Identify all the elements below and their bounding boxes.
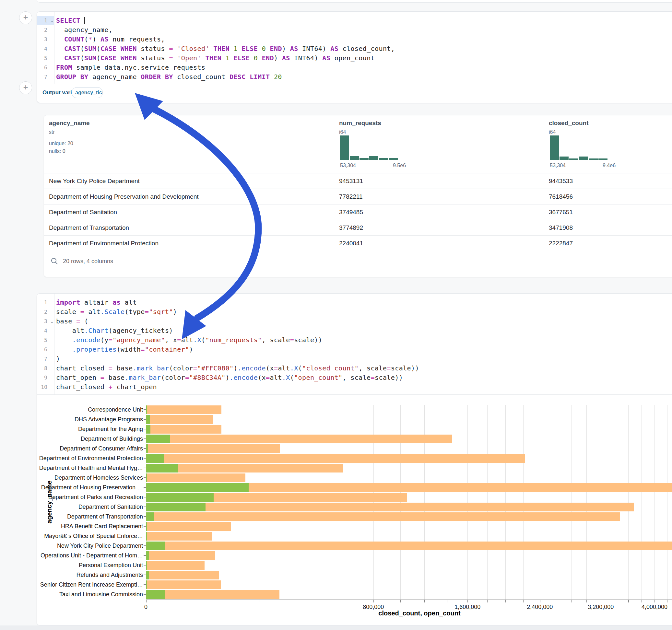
gridline (467, 405, 468, 600)
code-token (258, 45, 262, 52)
code-token: THEN (213, 45, 230, 52)
x-axis-tick (424, 600, 425, 602)
code-line[interactable]: 6FROM sample_data.nyc.service_requests (37, 63, 672, 72)
cell-closed-count: 7618456 (549, 193, 573, 200)
closed-count-bar (146, 580, 221, 589)
x-axis-tick (146, 600, 146, 602)
histogram-bar (598, 159, 607, 160)
open-count-bar (146, 415, 150, 424)
code-token: AS (330, 45, 338, 52)
column-header-num-requests[interactable]: num_requests (339, 120, 381, 127)
code-token: 0 (262, 45, 266, 52)
gridline (667, 405, 668, 600)
line-number: 3 (37, 35, 54, 44)
closed-count-bar (146, 435, 452, 443)
cell-closed-count: 2222847 (549, 240, 573, 247)
open-count-bar (146, 532, 147, 540)
table-row[interactable]: Department of Sanitation37494853677651 (44, 204, 672, 220)
column-type: i64 (549, 129, 556, 135)
histogram-bar (340, 136, 349, 160)
gridline (540, 405, 540, 600)
y-axis-tick (144, 448, 146, 449)
y-axis-label: Personal Exemption Unit (37, 562, 143, 569)
code-token: ORDER BY (141, 73, 173, 81)
code-token (249, 54, 254, 62)
code-token: * (89, 35, 92, 43)
code-token (210, 45, 213, 52)
code-line-text: SELECT (56, 16, 672, 25)
table-row[interactable]: Department of Transportation377489234719… (44, 220, 672, 236)
closed-count-bar (146, 532, 212, 540)
row-count-summary: 20 rows, 4 columns (63, 258, 113, 265)
column-header-closed-count[interactable]: closed_count (549, 120, 589, 127)
closed-count-bar (146, 522, 231, 531)
code-line-text: FROM sample_data.nyc.service_requests (56, 63, 672, 72)
open-count-bar (146, 435, 170, 443)
histogram-bar (350, 156, 359, 160)
search-icon[interactable] (51, 257, 58, 265)
text-cursor (84, 17, 88, 24)
closed-count-bar (146, 503, 634, 511)
code-token: LIMIT (249, 73, 270, 81)
column-type: i64 (339, 129, 346, 135)
table-row[interactable]: Department of Housing Preservation and D… (44, 189, 672, 204)
add-cell-button-top[interactable]: + (19, 11, 32, 24)
num-requests-histogram (340, 136, 400, 160)
code-token: ELSE (234, 54, 250, 62)
code-token: 0 (254, 54, 258, 62)
code-token (270, 73, 273, 81)
histogram-max-label: 9.4e6 (603, 163, 616, 169)
sql-code-editor[interactable]: 1⌄SELECT 2 agency_name,3 COUNT(*) AS num… (37, 12, 672, 83)
y-axis-label: Mayorâ€ s Office of Special Enforce… (37, 533, 143, 539)
code-token: AS (322, 54, 330, 62)
line-number: 6 (37, 63, 54, 72)
cell-num-requests: 3749485 (339, 209, 363, 216)
x-axis-tick (556, 600, 557, 602)
output-variable-pill[interactable]: agency_tickets (72, 87, 103, 98)
histogram-bar (550, 136, 559, 160)
code-line-text: GROUP BY agency_name ORDER BY closed_cou… (56, 72, 672, 82)
x-axis-tick (343, 600, 344, 602)
gridline (505, 405, 506, 600)
y-axis-tick (144, 526, 146, 527)
x-axis-title: closed_count, open_count (378, 610, 460, 617)
y-axis-tick (144, 565, 146, 565)
column-header-agency-name[interactable]: agency_name (49, 120, 90, 127)
gridline (642, 405, 642, 600)
open-count-bar (146, 571, 149, 579)
code-token: GROUP BY (56, 73, 89, 81)
open-count-bar (146, 522, 147, 531)
open-count-bar (146, 483, 249, 492)
cell-closed-count: 9443533 (549, 177, 573, 185)
code-line[interactable]: 1⌄SELECT (37, 16, 672, 25)
code-token: ( (80, 45, 84, 52)
code-line[interactable]: 7GROUP BY agency_name ORDER BY closed_co… (37, 72, 672, 82)
code-token: ( (96, 54, 100, 62)
code-line[interactable]: 4 CAST(SUM(CASE WHEN status = 'Closed' T… (37, 44, 672, 53)
code-token: status (137, 54, 169, 62)
code-line[interactable]: 5 CAST(SUM(CASE WHEN status = 'Open' THE… (37, 53, 672, 63)
column-stat-nulls: nulls: 0 (49, 148, 66, 154)
chevron-down-icon[interactable]: ⌄ (50, 16, 54, 26)
altair-chart: 0800,0001,600,0002,400,0003,200,0004,000… (37, 294, 672, 625)
code-token: ) (282, 45, 290, 52)
code-token: END (262, 54, 274, 62)
gridline (447, 405, 447, 600)
code-line[interactable]: 2 agency_name, (37, 25, 672, 35)
code-token: SELECT (56, 17, 80, 24)
output-variable-bar: Output variable: agency_tickets (37, 83, 672, 103)
code-token: CASE WHEN (100, 54, 137, 62)
code-token: sample_data.nyc.service_requests (72, 64, 206, 71)
code-token: CAST (64, 45, 80, 52)
y-axis-label: HRA Benefit Card Replacement (37, 523, 143, 530)
histogram-bar (589, 159, 598, 160)
gridline (601, 405, 601, 600)
table-row[interactable]: Department of Environmental Protection22… (44, 235, 672, 251)
y-axis-tick (144, 419, 146, 420)
code-token (56, 35, 64, 43)
code-line[interactable]: 3 COUNT(*) AS num_requests, (37, 35, 672, 44)
closed-count-bar (146, 425, 221, 434)
y-axis-tick (144, 536, 146, 536)
table-row[interactable]: New York City Police Department945313194… (44, 173, 672, 189)
add-cell-button-middle[interactable]: + (19, 81, 32, 94)
